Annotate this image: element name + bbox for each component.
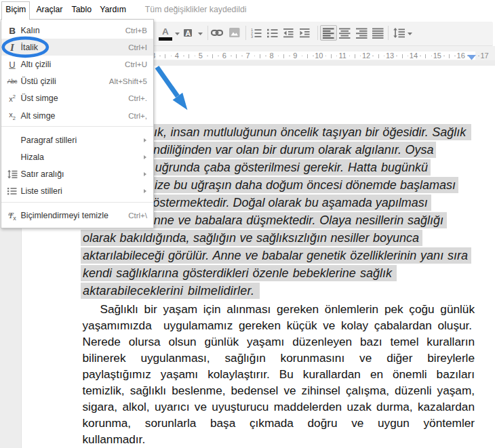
svg-text:3: 3	[251, 34, 253, 37]
